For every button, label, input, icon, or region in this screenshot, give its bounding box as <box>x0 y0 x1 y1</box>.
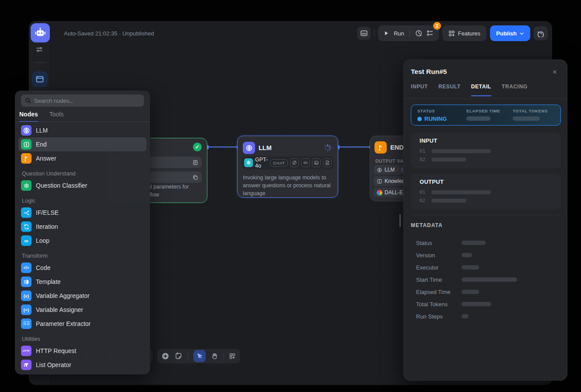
end-node-title: END <box>390 144 404 151</box>
top-bar: Auto-Saved 21:02:35 · Unpublished ENV Ru… <box>51 21 552 46</box>
code-icon: </> <box>21 262 32 273</box>
hand-mode-icon[interactable] <box>211 353 218 360</box>
checklist-icon[interactable] <box>427 30 434 37</box>
organize-nodes-icon[interactable] <box>229 353 236 360</box>
skeleton-bar <box>466 116 490 121</box>
node-list-item-label: Loop <box>36 237 49 244</box>
skeleton-bar <box>431 199 466 203</box>
node-list-item-answer[interactable]: Answer <box>18 151 147 165</box>
bars-icon <box>21 180 32 191</box>
preferences-icon[interactable] <box>35 46 44 53</box>
version-history-button[interactable] <box>534 26 548 40</box>
io-row: 01 <box>420 148 491 154</box>
node-list-item-list-operator[interactable]: List Operator <box>18 358 147 372</box>
skeleton-bar <box>462 314 469 318</box>
metadata-label: Executor <box>416 264 462 271</box>
output-card: OUTPUT 0102 <box>411 174 561 210</box>
node-list-item-iteration[interactable]: Iteration <box>18 220 147 234</box>
node-list-item-variable-assigner[interactable]: {=}Variable Assigner <box>18 303 147 317</box>
metadata-label: Start Time <box>416 276 462 283</box>
edge-llm-end <box>339 147 370 147</box>
publish-button[interactable]: Publish <box>490 25 530 41</box>
add-note-icon[interactable] <box>175 352 182 360</box>
dalle-icon <box>377 190 382 196</box>
node-list-item-code[interactable]: </>Code <box>18 261 147 275</box>
skeleton-bar <box>431 149 491 153</box>
node-list-item-llm[interactable]: LLM <box>18 123 147 137</box>
llm-node-description: Invoking large language models to answer… <box>243 174 332 197</box>
node-list-item-label: Variable Assigner <box>36 306 83 313</box>
features-button[interactable]: Features <box>442 25 486 41</box>
branch-icon <box>21 207 32 218</box>
io-row: 01 <box>420 189 491 195</box>
paragraph-icon <box>192 175 198 180</box>
cycle-icon <box>21 221 32 232</box>
app-logo-robot-icon[interactable] <box>31 23 50 42</box>
node-list-item-http-request[interactable]: HTTPHTTP Request <box>18 344 147 358</box>
model-selector[interactable]: ✻ GPT-4o CHAT <box>242 156 333 169</box>
play-icon <box>383 30 389 36</box>
node-list-item-label: List Operator <box>36 361 71 368</box>
variable-source-label: LLM <box>385 167 395 173</box>
vision-capability-icon <box>290 158 299 167</box>
openai-icon: ✻ <box>244 158 253 167</box>
book-icon <box>377 178 382 184</box>
metadata-row-executor: Executor <box>416 261 560 273</box>
run-tab-result[interactable]: RESULT <box>438 84 461 96</box>
sidebar-divider <box>33 63 46 63</box>
add-node-icon[interactable] <box>161 352 169 360</box>
canvas-scrollbar[interactable] <box>399 214 401 227</box>
skeleton-bar <box>462 277 517 282</box>
skeleton-bar <box>431 158 466 161</box>
row-number: 02 <box>420 157 425 162</box>
tab-tools[interactable]: Tools <box>49 111 64 122</box>
node-list-item-end[interactable]: End <box>18 137 147 151</box>
run-history-icon[interactable] <box>415 30 422 37</box>
flag-icon <box>21 153 32 164</box>
tab-nodes[interactable]: Nodes <box>19 111 38 122</box>
node-list-item-label: Parameter Extractor <box>36 320 91 327</box>
node-list-item-template[interactable]: Template <box>18 275 147 289</box>
llm-node[interactable]: LLM ✻ GPT-4o CHAT Invoking large languag… <box>237 136 338 198</box>
node-list-item-label: Iteration <box>36 223 58 230</box>
row-number: 01 <box>420 148 425 154</box>
search-input[interactable] <box>34 98 140 104</box>
node-list-item-question-classifier[interactable]: Question Classifier <box>18 178 147 192</box>
node-list-item-label: End <box>36 141 47 148</box>
node-list-item-label: Template <box>36 278 61 285</box>
elapsed-time-label: ELAPSED TIME <box>466 108 500 113</box>
infinity-icon: ∞ <box>21 235 32 246</box>
node-group-header: Transform <box>15 248 150 261</box>
run-tab-input[interactable]: INPUT <box>411 84 428 96</box>
node-picker-panel: Nodes Tools LLMEndAnswerQuestion Underst… <box>15 91 150 374</box>
node-search[interactable] <box>21 94 144 107</box>
node-list-item-parameter-extractor[interactable]: ⠿⠿Parameter Extractor <box>18 317 147 331</box>
metadata-label: Total Tokens <box>416 301 462 308</box>
run-button[interactable]: Run <box>394 30 404 37</box>
status-value: RUNING <box>424 116 447 122</box>
node-list-item-if-else[interactable]: IF/ELSE <box>18 206 147 220</box>
run-tab-detail[interactable]: DETAIL <box>471 84 491 96</box>
goal-icon <box>21 139 32 150</box>
varx-icon: {x} <box>21 290 32 301</box>
input-card: INPUT 0102 <box>411 133 561 168</box>
panel-toggle-button[interactable] <box>32 71 48 87</box>
funnel-icon <box>21 360 32 370</box>
short-text-icon <box>192 160 198 165</box>
env-button[interactable]: ENV <box>357 27 371 40</box>
run-tab-tracing[interactable]: TRACING <box>502 84 528 96</box>
node-list-item-variable-aggregator[interactable]: {x}Variable Aggregator <box>18 289 147 303</box>
row-number: 01 <box>420 189 425 195</box>
close-icon[interactable]: × <box>550 67 560 77</box>
node-list-item-label: HTTP Request <box>36 347 76 354</box>
node-list-item-label: Question Classifier <box>36 182 88 189</box>
model-name: GPT-4o <box>255 157 268 169</box>
run-panel-title: Test Run#5 <box>411 68 447 76</box>
node-list-item-loop[interactable]: ∞Loop <box>18 234 147 248</box>
skeleton-bar <box>431 190 491 194</box>
skeleton-bar <box>462 241 486 245</box>
metadata-row-status: Status <box>416 237 560 249</box>
metadata-row-start-time: Start Time <box>416 273 560 286</box>
pointer-mode-button[interactable] <box>193 350 206 362</box>
chevron-down-icon <box>519 31 524 36</box>
